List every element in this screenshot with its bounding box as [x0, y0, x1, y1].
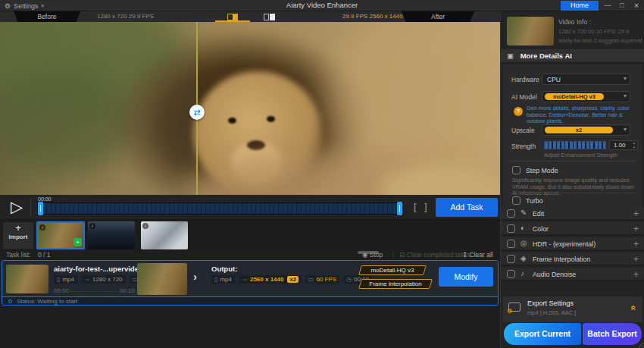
add-task-button[interactable]: Add Task: [436, 198, 498, 217]
clear-all-icon: ↧: [462, 251, 467, 259]
after-resolution: 29.9 FPS 2560 x 1440: [342, 11, 403, 22]
ai-model-dropdown[interactable]: moDetail-HQ v3 ▾: [542, 91, 630, 102]
side-by-side-toggle[interactable]: [252, 12, 286, 21]
export-settings-block[interactable]: Export Settings mp4 [ H.265, AAC ] «: [503, 296, 642, 322]
fps-chip: ▭60 FPS: [305, 275, 339, 284]
right-sidebar: Video Info : 1280 x 720 00:10 FPS: 29.9 …: [500, 11, 644, 348]
task-source-thumbnail: [6, 265, 48, 293]
more-details-ai-header[interactable]: ▣ More Details AI: [501, 49, 644, 63]
section-frame-interpolation[interactable]: ◈ Frame Interpolation +: [501, 252, 644, 266]
section-edit[interactable]: ✎ Edit +: [501, 207, 644, 221]
stepper-arrows-icon[interactable]: ▴▾: [633, 141, 635, 149]
chevron-down-icon: ▾: [624, 126, 627, 133]
video-preview[interactable]: ⇄ 100% ▾: [0, 22, 500, 195]
expand-plus-icon[interactable]: +: [633, 269, 639, 280]
side-by-side-icon-fill: [270, 14, 275, 20]
section-hdr[interactable]: ◎ HDR - (experimental) +: [501, 237, 644, 251]
import-label: Import: [3, 234, 33, 240]
media-strip: + Import i + i i: [0, 220, 500, 251]
clear-all-button[interactable]: ↧ Clear all: [462, 251, 493, 259]
ai-settings-panel: Hardware CPU ▾ AI Model moDetail-HQ v3 ▾…: [503, 64, 642, 215]
strength-slider[interactable]: [544, 141, 606, 149]
media-thumbnail-bridge[interactable]: i: [88, 221, 135, 249]
media-thumbnail-snow[interactable]: i: [141, 221, 188, 249]
export-settings-icon: [508, 303, 521, 312]
help-icon[interactable]: ?: [514, 107, 523, 116]
resolution-icon: ⇔: [84, 276, 90, 283]
home-button[interactable]: Home: [561, 1, 599, 11]
section-audio-denoise[interactable]: ♪ Audio Denoise +: [501, 268, 644, 281]
maximize-button[interactable]: □: [616, 1, 628, 11]
trim-handle-end[interactable]: [397, 202, 402, 215]
color-checkbox[interactable]: [507, 224, 515, 233]
info-icon[interactable]: i: [142, 223, 148, 229]
strength-caption: Adjust Enhancement Strength: [544, 152, 617, 159]
hdr-icon: ◎: [521, 239, 527, 247]
info-icon[interactable]: i: [39, 224, 45, 230]
trim-handle-start[interactable]: [38, 202, 43, 215]
stop-button[interactable]: ◉ Stop: [362, 251, 383, 259]
resolution-icon: ⇔: [242, 276, 248, 283]
play-button[interactable]: ▷: [6, 196, 27, 218]
timeline-time: 00:00: [38, 196, 52, 202]
edit-checkbox[interactable]: [507, 209, 515, 218]
upscale-label: Upscale: [511, 127, 535, 134]
trim-out-button[interactable]: ]: [424, 201, 427, 212]
info-icon[interactable]: i: [89, 223, 95, 229]
frame-icon: ▭: [308, 276, 314, 283]
minimize-button[interactable]: —: [602, 1, 614, 11]
section-color[interactable]: ◐ Color +: [501, 222, 644, 236]
modify-button[interactable]: Modify: [439, 267, 493, 287]
upscale-dropdown[interactable]: x2 ▾: [542, 124, 630, 136]
expand-plus-icon[interactable]: +: [633, 224, 639, 234]
title-bar: ⚙ Settings ▾ Aiarty Video Enhancer Home …: [0, 0, 644, 11]
task-count: 0 / 1: [38, 251, 51, 259]
export-settings-label: Export Settings: [527, 299, 574, 307]
collapse-icon[interactable]: «: [629, 306, 639, 311]
stop-icon: ◉: [362, 251, 367, 259]
hardware-dropdown[interactable]: CPU ▾: [542, 74, 630, 85]
format-chip: ▯mp4: [211, 275, 235, 284]
task-row[interactable]: aiarty-for-test-...upervideo-x2.mp4 ▯mp4…: [2, 260, 499, 306]
more-details-icon: ▣: [507, 52, 514, 60]
status-dot: [8, 299, 12, 303]
divider: |: [392, 251, 394, 259]
chevron-right-icon: ›: [193, 270, 197, 283]
step-mode-checkbox[interactable]: [512, 166, 521, 174]
before-resolution: 1280 x 720 29.9 FPS: [97, 11, 154, 22]
clear-completed-icon: ⊟: [399, 251, 405, 259]
lion-eye-right: [267, 116, 275, 122]
hardware-label: Hardware: [511, 76, 539, 83]
compare-divider-handle[interactable]: ⇄: [189, 105, 205, 120]
media-thumbnail-lion[interactable]: i +: [36, 221, 85, 249]
task-output-thumbnail: [137, 263, 187, 295]
scale-badge: x2: [287, 276, 298, 283]
frame-interpolation-checkbox[interactable]: [507, 255, 515, 263]
clear-completed-button[interactable]: ⊟ Clear completed tasks: [399, 251, 470, 259]
video-info-thumbnail: [507, 17, 554, 45]
batch-export-button[interactable]: Batch Export: [583, 323, 642, 345]
video-info-filename: aiarty-for-test-2-suggest-supervideo-x2.…: [558, 37, 642, 44]
divider: [30, 198, 31, 216]
import-button[interactable]: + Import: [3, 222, 33, 249]
trim-in-button[interactable]: [: [414, 201, 417, 212]
timeline-track[interactable]: [37, 202, 404, 215]
turbo-label: Turbo: [526, 197, 543, 205]
expand-plus-icon[interactable]: +: [633, 254, 639, 265]
app-title: Aiarty Video Enhancer: [0, 1, 644, 9]
export-current-button[interactable]: Export Current: [504, 323, 581, 345]
close-button[interactable]: ×: [630, 1, 642, 11]
ai-model-label: AI Model: [511, 93, 537, 101]
file-icon: ▯: [214, 276, 217, 283]
before-tab: Before: [14, 11, 80, 22]
turbo-checkbox[interactable]: [512, 196, 521, 205]
audio-denoise-checkbox[interactable]: [507, 270, 515, 278]
strength-value-box[interactable]: 1.00 ▴▾: [609, 140, 638, 150]
split-view-icon: [227, 14, 238, 20]
expand-plus-icon[interactable]: +: [633, 239, 639, 249]
task-output-meta: ▯mp4 ⇔2560 x 1440x2 ▭60 FPS ◷00:10: [211, 275, 372, 284]
file-icon: ▯: [57, 276, 60, 283]
expand-plus-icon[interactable]: +: [633, 208, 639, 219]
after-tab: After: [402, 11, 474, 22]
hdr-checkbox[interactable]: [507, 240, 515, 248]
